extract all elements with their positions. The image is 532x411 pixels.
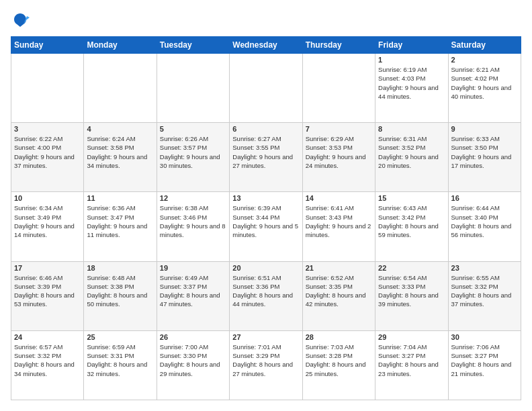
cell-3-6: 23Sunrise: 6:55 AM Sunset: 3:32 PM Dayli… [448,261,521,330]
weekday-sunday: Sunday [11,37,84,54]
cell-2-2: 12Sunrise: 6:38 AM Sunset: 3:46 PM Dayli… [157,192,229,261]
day-number: 18 [87,264,153,272]
day-info: Sunrise: 6:39 AM Sunset: 3:44 PM Dayligh… [232,203,299,239]
cell-4-0: 24Sunrise: 6:57 AM Sunset: 3:32 PM Dayli… [11,330,84,400]
cell-1-6: 9Sunrise: 6:33 AM Sunset: 3:50 PM Daylig… [448,123,521,192]
logo [11,11,32,30]
cell-3-1: 18Sunrise: 6:48 AM Sunset: 3:38 PM Dayli… [84,261,157,330]
cell-3-5: 22Sunrise: 6:54 AM Sunset: 3:33 PM Dayli… [375,261,448,330]
cell-1-2: 5Sunrise: 6:26 AM Sunset: 3:57 PM Daylig… [157,123,229,192]
day-number: 8 [378,125,445,133]
day-number: 10 [14,194,81,202]
cell-1-1: 4Sunrise: 6:24 AM Sunset: 3:58 PM Daylig… [84,123,157,192]
day-info: Sunrise: 7:04 AM Sunset: 3:27 PM Dayligh… [378,342,445,378]
day-info: Sunrise: 6:36 AM Sunset: 3:47 PM Dayligh… [87,203,153,239]
weekday-monday: Monday [84,37,157,54]
day-number: 23 [451,264,518,272]
day-info: Sunrise: 6:49 AM Sunset: 3:37 PM Dayligh… [160,273,226,309]
day-info: Sunrise: 6:41 AM Sunset: 3:43 PM Dayligh… [306,203,372,239]
cell-4-1: 25Sunrise: 6:59 AM Sunset: 3:31 PM Dayli… [84,330,157,400]
week-row-1: 3Sunrise: 6:22 AM Sunset: 4:00 PM Daylig… [11,123,521,192]
cell-3-4: 21Sunrise: 6:52 AM Sunset: 3:35 PM Dayli… [302,261,375,330]
day-number: 28 [306,333,372,341]
cell-2-3: 13Sunrise: 6:39 AM Sunset: 3:44 PM Dayli… [230,192,302,261]
cell-0-4 [302,54,375,123]
cell-2-5: 15Sunrise: 6:43 AM Sunset: 3:42 PM Dayli… [375,192,448,261]
cell-4-5: 29Sunrise: 7:04 AM Sunset: 3:27 PM Dayli… [375,330,448,400]
day-info: Sunrise: 6:44 AM Sunset: 3:40 PM Dayligh… [451,203,518,239]
day-info: Sunrise: 7:01 AM Sunset: 3:29 PM Dayligh… [232,342,299,378]
cell-0-3 [230,54,302,123]
day-number: 7 [306,125,372,133]
logo-icon [11,11,30,30]
day-info: Sunrise: 6:46 AM Sunset: 3:39 PM Dayligh… [14,273,81,309]
cell-0-2 [157,54,229,123]
weekday-tuesday: Tuesday [157,37,229,54]
day-number: 24 [14,333,81,341]
day-info: Sunrise: 6:22 AM Sunset: 4:00 PM Dayligh… [14,134,81,170]
cell-1-5: 8Sunrise: 6:31 AM Sunset: 3:52 PM Daylig… [375,123,448,192]
day-number: 14 [306,194,372,202]
day-info: Sunrise: 6:26 AM Sunset: 3:57 PM Dayligh… [160,134,226,170]
week-row-4: 24Sunrise: 6:57 AM Sunset: 3:32 PM Dayli… [11,330,521,400]
cell-2-1: 11Sunrise: 6:36 AM Sunset: 3:47 PM Dayli… [84,192,157,261]
cell-2-4: 14Sunrise: 6:41 AM Sunset: 3:43 PM Dayli… [302,192,375,261]
weekday-friday: Friday [375,37,448,54]
day-number: 2 [451,56,518,64]
day-info: Sunrise: 6:31 AM Sunset: 3:52 PM Dayligh… [378,134,445,170]
calendar-table: SundayMondayTuesdayWednesdayThursdayFrid… [11,36,521,400]
day-info: Sunrise: 7:00 AM Sunset: 3:30 PM Dayligh… [160,342,226,378]
weekday-thursday: Thursday [302,37,375,54]
day-info: Sunrise: 6:21 AM Sunset: 4:02 PM Dayligh… [451,65,518,101]
cell-1-0: 3Sunrise: 6:22 AM Sunset: 4:00 PM Daylig… [11,123,84,192]
day-number: 17 [14,264,81,272]
cell-0-5: 1Sunrise: 6:19 AM Sunset: 4:03 PM Daylig… [375,54,448,123]
day-number: 19 [160,264,226,272]
day-info: Sunrise: 7:06 AM Sunset: 3:27 PM Dayligh… [451,342,518,378]
week-row-2: 10Sunrise: 6:34 AM Sunset: 3:49 PM Dayli… [11,192,521,261]
week-row-0: 1Sunrise: 6:19 AM Sunset: 4:03 PM Daylig… [11,54,521,123]
day-number: 21 [306,264,372,272]
day-info: Sunrise: 6:34 AM Sunset: 3:49 PM Dayligh… [14,203,81,239]
weekday-row: SundayMondayTuesdayWednesdayThursdayFrid… [11,37,521,54]
day-number: 13 [232,194,299,202]
day-number: 11 [87,194,153,202]
day-number: 20 [232,264,299,272]
day-number: 27 [232,333,299,341]
calendar-header: SundayMondayTuesdayWednesdayThursdayFrid… [11,37,521,54]
cell-3-3: 20Sunrise: 6:51 AM Sunset: 3:36 PM Dayli… [230,261,302,330]
day-info: Sunrise: 6:43 AM Sunset: 3:42 PM Dayligh… [378,203,445,239]
day-number: 25 [87,333,153,341]
day-number: 29 [378,333,445,341]
cell-2-0: 10Sunrise: 6:34 AM Sunset: 3:49 PM Dayli… [11,192,84,261]
cell-1-3: 6Sunrise: 6:27 AM Sunset: 3:55 PM Daylig… [230,123,302,192]
day-info: Sunrise: 6:29 AM Sunset: 3:53 PM Dayligh… [306,134,372,170]
day-number: 9 [451,125,518,133]
cell-4-6: 30Sunrise: 7:06 AM Sunset: 3:27 PM Dayli… [448,330,521,400]
day-number: 5 [160,125,226,133]
day-info: Sunrise: 6:52 AM Sunset: 3:35 PM Dayligh… [306,273,372,309]
day-number: 1 [378,56,445,64]
cell-0-1 [84,54,157,123]
cell-2-6: 16Sunrise: 6:44 AM Sunset: 3:40 PM Dayli… [448,192,521,261]
day-info: Sunrise: 7:03 AM Sunset: 3:28 PM Dayligh… [306,342,372,378]
cell-3-2: 19Sunrise: 6:49 AM Sunset: 3:37 PM Dayli… [157,261,229,330]
day-number: 15 [378,194,445,202]
day-number: 6 [232,125,299,133]
day-info: Sunrise: 6:19 AM Sunset: 4:03 PM Dayligh… [378,65,445,101]
day-info: Sunrise: 6:48 AM Sunset: 3:38 PM Dayligh… [87,273,153,309]
day-number: 26 [160,333,226,341]
header [11,11,521,30]
cell-4-4: 28Sunrise: 7:03 AM Sunset: 3:28 PM Dayli… [302,330,375,400]
cell-4-3: 27Sunrise: 7:01 AM Sunset: 3:29 PM Dayli… [230,330,302,400]
day-info: Sunrise: 6:38 AM Sunset: 3:46 PM Dayligh… [160,203,226,239]
day-number: 4 [87,125,153,133]
day-info: Sunrise: 6:54 AM Sunset: 3:33 PM Dayligh… [378,273,445,309]
weekday-saturday: Saturday [448,37,521,54]
day-info: Sunrise: 6:33 AM Sunset: 3:50 PM Dayligh… [451,134,518,170]
cell-0-0 [11,54,84,123]
day-number: 16 [451,194,518,202]
day-info: Sunrise: 6:59 AM Sunset: 3:31 PM Dayligh… [87,342,153,378]
day-number: 22 [378,264,445,272]
cell-4-2: 26Sunrise: 7:00 AM Sunset: 3:30 PM Dayli… [157,330,229,400]
